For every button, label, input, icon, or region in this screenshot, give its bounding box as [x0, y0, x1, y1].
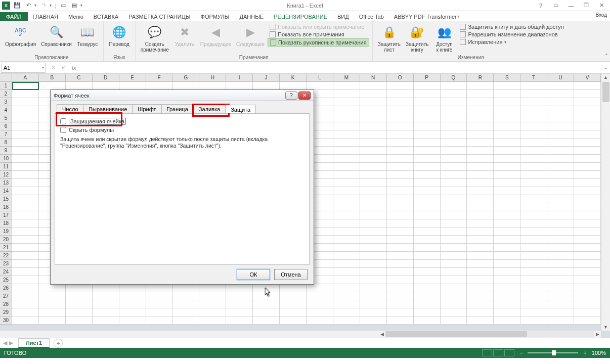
row-header[interactable]: 5	[0, 114, 12, 122]
cell[interactable]	[547, 276, 574, 284]
cell[interactable]	[441, 300, 467, 308]
cell[interactable]	[12, 187, 39, 195]
cell[interactable]	[199, 300, 226, 308]
cell[interactable]	[574, 139, 601, 147]
checkbox-hidden[interactable]	[60, 127, 66, 133]
btn-allow-edit-ranges[interactable]: Разрешить изменение диапазонов	[458, 31, 565, 38]
cell[interactable]	[467, 139, 494, 147]
row-header[interactable]: 18	[0, 219, 12, 228]
cell[interactable]	[467, 211, 494, 219]
cell[interactable]	[414, 276, 441, 284]
cell[interactable]	[12, 316, 39, 325]
cell[interactable]	[360, 260, 387, 268]
dialog-close-icon[interactable]: ✕	[298, 92, 311, 100]
cell[interactable]	[387, 252, 414, 260]
cell[interactable]	[360, 203, 387, 211]
row-header[interactable]: 16	[0, 203, 12, 211]
row-header[interactable]: 4	[0, 106, 12, 114]
cell[interactable]	[387, 195, 414, 203]
cell[interactable]	[520, 139, 547, 147]
cell[interactable]	[467, 179, 494, 187]
cell[interactable]	[172, 292, 199, 300]
cell[interactable]	[574, 211, 601, 219]
cell[interactable]	[574, 219, 601, 228]
cell[interactable]	[307, 308, 333, 316]
cell[interactable]	[441, 179, 467, 187]
checkbox-locked[interactable]	[60, 118, 66, 124]
cell[interactable]	[93, 308, 119, 316]
cell[interactable]	[387, 106, 414, 114]
cell[interactable]	[574, 268, 601, 276]
cell[interactable]	[360, 316, 387, 325]
col-header[interactable]: G	[172, 74, 199, 82]
cell[interactable]	[146, 308, 173, 316]
redo-icon[interactable]: ↷	[39, 2, 48, 10]
cell[interactable]	[12, 300, 39, 308]
scroll-down-icon[interactable]: ▼	[601, 324, 610, 331]
cell[interactable]	[414, 106, 441, 114]
cell[interactable]	[574, 163, 601, 171]
tab-page-layout[interactable]: РАЗМЕТКА СТРАНИЦЫ	[123, 12, 195, 21]
btn-show-ink[interactable]: Показать рукописные примечания	[268, 38, 369, 47]
cell[interactable]	[66, 292, 93, 300]
cell[interactable]	[333, 106, 360, 114]
cell[interactable]	[387, 300, 414, 308]
cell[interactable]	[467, 147, 494, 155]
cell[interactable]	[360, 300, 387, 308]
cell[interactable]	[333, 316, 360, 325]
cell[interactable]	[467, 219, 494, 228]
cell[interactable]	[494, 163, 520, 171]
cell[interactable]	[494, 211, 520, 219]
cell[interactable]	[333, 82, 360, 90]
row-headers[interactable]: 1234567891011121314151617181920212223242…	[0, 82, 12, 331]
cell[interactable]	[414, 244, 441, 252]
dlg-tab-border[interactable]: Граница	[161, 104, 194, 113]
tab-formulas[interactable]: ФОРМУЛЫ	[196, 12, 235, 21]
cell[interactable]	[12, 252, 39, 260]
cell[interactable]	[414, 308, 441, 316]
cell[interactable]	[12, 236, 39, 244]
cell[interactable]	[494, 228, 520, 236]
cell[interactable]	[12, 268, 39, 276]
vertical-scrollbar[interactable]: ▲ ▼	[601, 74, 610, 331]
cell[interactable]	[441, 260, 467, 268]
row-header[interactable]: 8	[0, 139, 12, 147]
cell[interactable]	[360, 308, 387, 316]
cell[interactable]	[66, 316, 93, 325]
cell[interactable]	[494, 147, 520, 155]
cell[interactable]	[360, 122, 387, 130]
btn-protect-workbook[interactable]: 🔐 Защитить книгу	[404, 23, 430, 55]
cell[interactable]	[333, 90, 360, 98]
cell[interactable]	[387, 147, 414, 155]
cell[interactable]	[12, 203, 39, 211]
cell[interactable]	[414, 211, 441, 219]
cell[interactable]	[333, 300, 360, 308]
cell[interactable]	[467, 82, 494, 90]
cell[interactable]	[520, 292, 547, 300]
cell[interactable]	[333, 284, 360, 292]
cell[interactable]	[387, 139, 414, 147]
cell[interactable]	[12, 308, 39, 316]
cell[interactable]	[226, 82, 253, 90]
cell[interactable]	[467, 114, 494, 122]
cell[interactable]	[520, 155, 547, 163]
templates-icon[interactable]: ▤	[70, 2, 78, 10]
cell[interactable]	[360, 244, 387, 252]
row-header[interactable]: 26	[0, 284, 12, 292]
cell[interactable]	[520, 211, 547, 219]
cell[interactable]	[12, 219, 39, 228]
col-header[interactable]: O	[387, 74, 414, 82]
horizontal-scrollbar[interactable]: ◀ ▶	[378, 331, 601, 337]
help-icon[interactable]: ?	[535, 1, 546, 10]
cell[interactable]	[441, 236, 467, 244]
row-header[interactable]: 20	[0, 236, 12, 244]
btn-thesaurus[interactable]: 📖 Тезаурус	[75, 23, 100, 55]
cell[interactable]	[547, 163, 574, 171]
vscroll-thumb[interactable]	[602, 82, 609, 102]
cell[interactable]	[172, 316, 199, 325]
cell[interactable]	[547, 292, 574, 300]
cell[interactable]	[387, 284, 414, 292]
cell[interactable]	[12, 284, 39, 292]
cell[interactable]	[360, 114, 387, 122]
cell[interactable]	[441, 292, 467, 300]
